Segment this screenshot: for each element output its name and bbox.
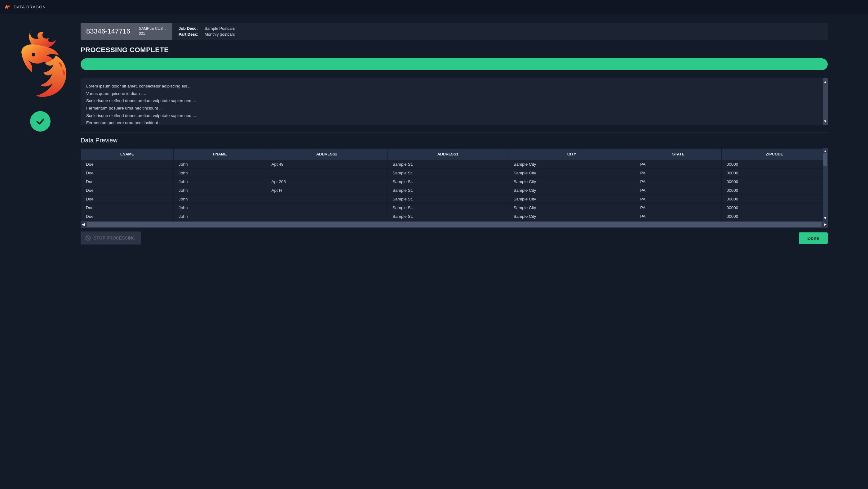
table-vertical-scrollbar[interactable]: ▲ ▼ xyxy=(823,148,828,221)
table-cell: Sample City xyxy=(508,212,635,221)
table-cell: Sample St. xyxy=(387,212,508,221)
table-cell: Doe xyxy=(81,204,174,212)
scroll-up-icon[interactable]: ▲ xyxy=(824,149,827,153)
scroll-down-icon[interactable]: ▼ xyxy=(824,216,827,220)
table-cell: 00000 xyxy=(721,186,827,195)
table-cell: PA xyxy=(635,186,722,195)
log-line: Fermentum posuere urna nec tincidunt ... xyxy=(86,119,822,125)
table-cell: Sample City xyxy=(508,195,635,204)
table-header-cell[interactable]: ADDRESS1 xyxy=(387,149,508,160)
job-desc-row: Job Desc: Sample Postcard xyxy=(179,26,235,31)
table-cell xyxy=(266,212,388,221)
table-cell: PA xyxy=(635,195,722,204)
done-button[interactable]: Done xyxy=(799,232,828,244)
job-meta: Job Desc: Sample Postcard Part Desc: Mon… xyxy=(173,23,242,40)
table-row[interactable]: DoeJohnApt 49Sample St.Sample CityPA0000… xyxy=(81,160,828,169)
table-header-cell[interactable]: CITY xyxy=(508,149,635,160)
table-cell: Sample City xyxy=(508,177,635,186)
table-row[interactable]: DoeJohnSample St.Sample CityPA00000 xyxy=(81,169,828,177)
log-scrollbar[interactable]: ▲ ▼ xyxy=(823,78,828,125)
stop-processing-button: STOP PROCESSING xyxy=(81,231,141,244)
table-header-cell[interactable]: FNAME xyxy=(174,149,266,160)
table-cell: 00000 xyxy=(721,160,827,169)
table-cell: Sample St. xyxy=(387,204,508,212)
scroll-right-icon[interactable]: ▶ xyxy=(824,222,827,227)
data-preview-title: Data Preview xyxy=(81,137,868,144)
table-header-cell[interactable]: LNAME xyxy=(81,149,174,160)
stop-icon xyxy=(85,235,91,241)
table-cell: John xyxy=(174,169,266,177)
table-cell: Sample City xyxy=(508,169,635,177)
table-row[interactable]: DoeJohnApt 208Sample St.Sample CityPA000… xyxy=(81,177,828,186)
job-id-box: 83346-147716 SAMPLE CUST. 001 xyxy=(81,23,173,40)
sidebar xyxy=(0,13,81,248)
table-cell: Apt 49 xyxy=(266,160,388,169)
table-cell: Doe xyxy=(81,160,174,169)
table-cell xyxy=(266,195,388,204)
log-line: Scelerisque eleifend donec pretium vulpu… xyxy=(86,112,822,119)
app-title: DATA DRAGON xyxy=(13,5,46,9)
table-cell: 00000 xyxy=(721,169,827,177)
log-line: Lorem ipsum dolor sit amet, consectetur … xyxy=(86,83,822,90)
part-desc-label: Part Desc: xyxy=(179,32,201,37)
table-cell: PA xyxy=(635,212,722,221)
table-cell: John xyxy=(174,160,266,169)
dragon-logo-icon xyxy=(9,26,71,100)
log-line: Varius quam quisque id diam …. xyxy=(86,90,822,97)
table-cell: PA xyxy=(635,204,722,212)
scrollbar-thumb[interactable] xyxy=(87,222,822,227)
svg-point-0 xyxy=(32,53,35,56)
table-row[interactable]: DoeJohnApt HSample St.Sample CityPA00000 xyxy=(81,186,828,195)
table-cell: PA xyxy=(635,177,722,186)
table-cell: Sample St. xyxy=(387,160,508,169)
status-title: PROCESSING COMPLETE xyxy=(81,46,868,54)
stop-button-label: STOP PROCESSING xyxy=(94,235,135,240)
scrollbar-thumb[interactable] xyxy=(824,153,827,166)
table-cell: Doe xyxy=(81,177,174,186)
table-cell: 00000 xyxy=(721,195,827,204)
scroll-up-icon[interactable]: ▲ xyxy=(824,79,827,85)
scroll-down-icon[interactable]: ▼ xyxy=(824,118,827,125)
table-header-row: LNAMEFNAMEADDRESS2ADDRESS1CITYSTATEZIPCO… xyxy=(81,149,828,160)
scroll-left-icon[interactable]: ◀ xyxy=(82,222,85,227)
table-cell: 00000 xyxy=(721,177,827,186)
table-cell: Doe xyxy=(81,169,174,177)
table-cell: Sample St. xyxy=(387,195,508,204)
job-desc-label: Job Desc: xyxy=(179,26,201,31)
preview-table-wrap: LNAMEFNAMEADDRESS2ADDRESS1CITYSTATEZIPCO… xyxy=(81,148,828,228)
part-desc-row: Part Desc: Monthly postcard xyxy=(179,32,235,37)
table-cell: John xyxy=(174,195,266,204)
table-cell: Sample City xyxy=(508,160,635,169)
table-horizontal-scrollbar[interactable]: ◀ ▶ xyxy=(81,221,828,228)
table-cell: John xyxy=(174,212,266,221)
log-line: Fermentum posuere urna nec tincidunt ... xyxy=(86,105,822,112)
preview-table: LNAMEFNAMEADDRESS2ADDRESS1CITYSTATEZIPCO… xyxy=(81,148,828,221)
table-header-cell[interactable]: ADDRESS2 xyxy=(266,149,388,160)
table-cell: PA xyxy=(635,160,722,169)
table-row[interactable]: DoeJohnSample St.Sample CityPA00000 xyxy=(81,204,828,212)
bottom-action-bar: STOP PROCESSING Done xyxy=(81,231,828,244)
table-cell: Sample City xyxy=(508,204,635,212)
success-check-icon xyxy=(30,111,51,132)
table-cell xyxy=(266,169,388,177)
table-cell: PA xyxy=(635,169,722,177)
main-content: 83346-147716 SAMPLE CUST. 001 Job Desc: … xyxy=(81,13,868,248)
table-cell: Apt H xyxy=(266,186,388,195)
table-cell: John xyxy=(174,186,266,195)
table-cell: 00000 xyxy=(721,212,827,221)
table-row[interactable]: DoeJohnSample St.Sample CityPA00000 xyxy=(81,212,828,221)
log-lines: Lorem ipsum dolor sit amet, consectetur … xyxy=(86,83,822,125)
table-header-cell[interactable]: ZIPCODE xyxy=(721,149,827,160)
table-header-cell[interactable]: STATE xyxy=(635,149,722,160)
table-cell: Sample St. xyxy=(387,186,508,195)
table-cell xyxy=(266,204,388,212)
table-row[interactable]: DoeJohnSample St.Sample CityPA00000 xyxy=(81,195,828,204)
progress-bar xyxy=(81,58,828,70)
app-logo-icon xyxy=(4,3,10,10)
table-cell: Doe xyxy=(81,195,174,204)
job-desc-value: Sample Postcard xyxy=(205,26,235,31)
table-cell: 00000 xyxy=(721,204,827,212)
job-number: 83346-147716 xyxy=(86,27,130,35)
table-cell: Doe xyxy=(81,212,174,221)
table-cell: Sample St. xyxy=(387,169,508,177)
